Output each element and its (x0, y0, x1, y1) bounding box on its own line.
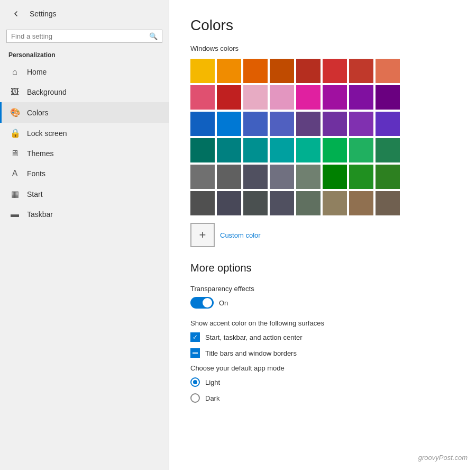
color-swatch-16[interactable] (190, 112, 215, 136)
color-swatch-18[interactable] (243, 112, 268, 136)
color-swatch-12[interactable] (296, 85, 321, 110)
color-grid (190, 59, 455, 215)
radio-dark-row: Dark (190, 393, 455, 403)
color-swatch-3[interactable] (270, 59, 294, 83)
sidebar-item-label-themes: Themes (27, 149, 54, 158)
nav-items: ⌂ Home 🖼 Background 🎨 Colors 🔒 Lock scre… (0, 62, 169, 224)
settings-title: Settings (30, 10, 57, 18)
color-swatch-41[interactable] (217, 191, 241, 215)
color-swatch-44[interactable] (296, 191, 321, 215)
page-title: Colors (190, 17, 455, 34)
color-swatch-24[interactable] (190, 138, 215, 162)
color-swatch-37[interactable] (323, 165, 347, 189)
sidebar-header: Settings (0, 0, 169, 28)
main-content: Colors Windows colors + Custom color Mor… (169, 0, 476, 470)
color-swatch-13[interactable] (323, 85, 347, 110)
color-swatch-47[interactable] (376, 191, 400, 215)
back-button[interactable] (8, 6, 23, 21)
checkbox-start-taskbar-label: Start, taskbar, and action center (205, 333, 303, 341)
checkbox-start-taskbar: Start, taskbar, and action center (190, 332, 455, 342)
color-swatch-27[interactable] (270, 138, 294, 162)
sidebar-item-fonts[interactable]: A Fonts (0, 164, 169, 184)
sidebar-item-taskbar[interactable]: ▬ Taskbar (0, 204, 169, 224)
color-swatch-23[interactable] (376, 112, 400, 136)
sidebar: Settings 🔍 Personalization ⌂ Home 🖼 Back… (0, 0, 169, 470)
sidebar-item-label-home: Home (27, 68, 47, 76)
sidebar-item-background[interactable]: 🖼 Background (0, 82, 169, 102)
color-swatch-34[interactable] (243, 165, 268, 189)
lockscreen-icon: 🔒 (10, 128, 20, 138)
sidebar-item-label-taskbar: Taskbar (27, 210, 53, 219)
color-swatch-39[interactable] (376, 165, 400, 189)
radio-light[interactable] (190, 377, 200, 387)
radio-dark-label: Dark (205, 394, 219, 402)
themes-icon: 🖥 (10, 149, 20, 158)
sidebar-item-lockscreen[interactable]: 🔒 Lock screen (0, 123, 169, 143)
color-swatch-0[interactable] (190, 59, 215, 83)
sidebar-item-themes[interactable]: 🖥 Themes (0, 143, 169, 164)
start-icon: ▦ (10, 189, 20, 199)
sidebar-item-label-background: Background (27, 88, 67, 96)
color-swatch-32[interactable] (190, 165, 215, 189)
transparency-label: Transparency effects (190, 285, 455, 293)
checkbox-title-bars-input[interactable] (190, 348, 200, 358)
color-swatch-1[interactable] (217, 59, 241, 83)
fonts-icon: A (10, 169, 20, 178)
search-input[interactable] (11, 32, 146, 40)
transparency-state: On (219, 299, 228, 307)
color-swatch-19[interactable] (270, 112, 294, 136)
color-swatch-35[interactable] (270, 165, 294, 189)
color-swatch-43[interactable] (270, 191, 294, 215)
color-swatch-11[interactable] (270, 85, 294, 110)
color-swatch-26[interactable] (243, 138, 268, 162)
more-options-title: More options (190, 262, 455, 274)
color-swatch-8[interactable] (190, 85, 215, 110)
color-swatch-46[interactable] (349, 191, 373, 215)
sidebar-item-home[interactable]: ⌂ Home (0, 62, 169, 82)
color-swatch-28[interactable] (296, 138, 321, 162)
color-swatch-5[interactable] (323, 59, 347, 83)
color-swatch-15[interactable] (376, 85, 400, 110)
color-swatch-33[interactable] (217, 165, 241, 189)
radio-dark[interactable] (190, 393, 200, 403)
color-swatch-7[interactable] (376, 59, 400, 83)
transparency-toggle[interactable] (190, 297, 214, 309)
background-icon: 🖼 (10, 87, 20, 97)
color-swatch-20[interactable] (296, 112, 321, 136)
color-swatch-40[interactable] (190, 191, 215, 215)
search-icon: 🔍 (149, 32, 158, 40)
color-swatch-30[interactable] (349, 138, 373, 162)
color-swatch-38[interactable] (349, 165, 373, 189)
color-swatch-21[interactable] (323, 112, 347, 136)
color-swatch-42[interactable] (243, 191, 268, 215)
radio-light-label: Light (205, 378, 220, 386)
checkbox-start-taskbar-input[interactable] (190, 332, 200, 342)
personalization-label: Personalization (0, 47, 169, 62)
color-swatch-2[interactable] (243, 59, 268, 83)
color-swatch-36[interactable] (296, 165, 321, 189)
radio-light-row: Light (190, 377, 455, 387)
color-swatch-29[interactable] (323, 138, 347, 162)
color-swatch-45[interactable] (323, 191, 347, 215)
colors-icon: 🎨 (10, 107, 20, 118)
radio-group-app-mode: Light Dark (190, 377, 455, 403)
plus-icon: + (190, 223, 215, 247)
color-swatch-17[interactable] (217, 112, 241, 136)
custom-color-button[interactable]: + Custom color (190, 223, 455, 247)
color-swatch-6[interactable] (349, 59, 373, 83)
search-box[interactable]: 🔍 (6, 30, 162, 43)
color-swatch-4[interactable] (296, 59, 321, 83)
color-swatch-22[interactable] (349, 112, 373, 136)
sidebar-item-colors[interactable]: 🎨 Colors (0, 102, 169, 123)
color-swatch-14[interactable] (349, 85, 373, 110)
checkbox-title-bars-label: Title bars and window borders (205, 349, 297, 357)
color-swatch-9[interactable] (217, 85, 241, 110)
color-swatch-25[interactable] (217, 138, 241, 162)
sidebar-item-start[interactable]: ▦ Start (0, 184, 169, 204)
color-swatch-10[interactable] (243, 85, 268, 110)
taskbar-icon: ▬ (10, 210, 20, 219)
color-swatch-31[interactable] (376, 138, 400, 162)
sidebar-item-label-start: Start (27, 190, 43, 198)
accent-surfaces-label: Show accent color on the following surfa… (190, 319, 455, 327)
transparency-toggle-row: On (190, 297, 455, 309)
